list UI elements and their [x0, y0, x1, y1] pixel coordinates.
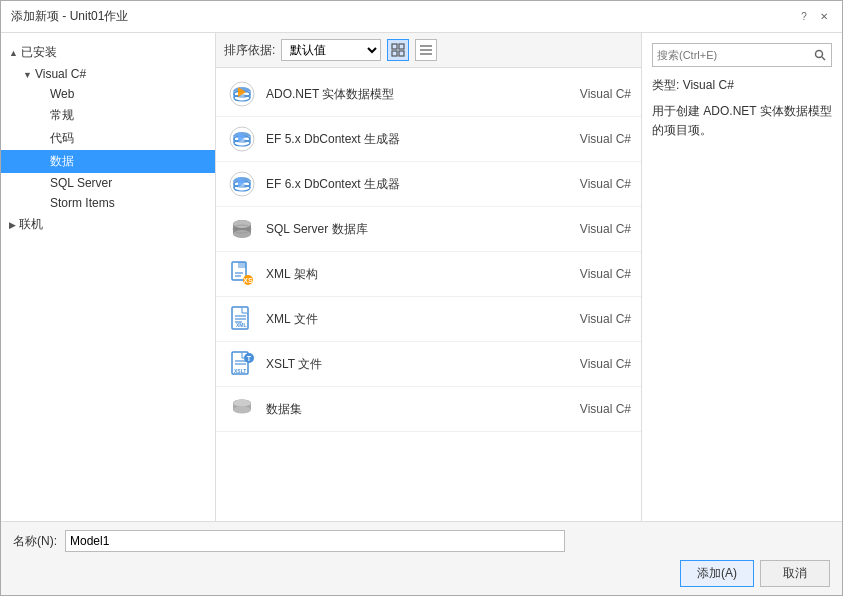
title-controls: ? ✕ — [796, 9, 832, 25]
item-name: XSLT 文件 — [266, 356, 551, 373]
add-button[interactable]: 添加(A) — [680, 560, 754, 587]
ef-icon — [226, 168, 258, 200]
detail-description: 用于创建 ADO.NET 实体数据模型的项目项。 — [652, 102, 832, 140]
cancel-button[interactable]: 取消 — [760, 560, 830, 587]
list-view-button[interactable] — [415, 39, 437, 61]
item-name: EF 6.x DbContext 生成器 — [266, 176, 551, 193]
tree-item-installed[interactable]: ▲已安装 — [1, 41, 215, 64]
svg-rect-0 — [392, 44, 397, 49]
xmlfile-icon: XML — [226, 303, 258, 335]
svg-text:XS: XS — [243, 277, 253, 284]
list-item[interactable]: 数据集Visual C# — [216, 387, 641, 432]
tree-item-visual-cs[interactable]: ▼Visual C# — [1, 64, 215, 84]
item-category: Visual C# — [551, 312, 631, 326]
dialog-title: 添加新项 - Unit01作业 — [11, 8, 128, 25]
dialog-body: ▲已安装▼Visual C#Web常规代码数据SQL ServerStorm I… — [1, 33, 842, 521]
button-row: 添加(A) 取消 — [13, 560, 830, 587]
svg-rect-2 — [392, 51, 397, 56]
search-box — [652, 43, 832, 67]
bottom-bar: 名称(N): 添加(A) 取消 — [1, 521, 842, 595]
list-item[interactable]: XML XML 文件Visual C# — [216, 297, 641, 342]
sql-icon — [226, 213, 258, 245]
svg-point-50 — [233, 400, 251, 407]
svg-line-52 — [822, 57, 825, 60]
item-name: SQL Server 数据库 — [266, 221, 551, 238]
name-label: 名称(N): — [13, 533, 57, 550]
tree-item-sql-server[interactable]: SQL Server — [1, 173, 215, 193]
xmlschema-icon: XS — [226, 258, 258, 290]
list-item[interactable]: ADO.NET 实体数据模型Visual C# — [216, 72, 641, 117]
item-name: XML 文件 — [266, 311, 551, 328]
tree-item-general[interactable]: 常规 — [1, 104, 215, 127]
right-panel: 类型: Visual C# 用于创建 ADO.NET 实体数据模型的项目项。 — [642, 33, 842, 521]
item-category: Visual C# — [551, 267, 631, 281]
item-category: Visual C# — [551, 177, 631, 191]
svg-point-28 — [233, 220, 251, 228]
mid-toolbar: 排序依据: 默认值名称类型 — [216, 33, 641, 68]
item-name: 数据集 — [266, 401, 551, 418]
items-list: ADO.NET 实体数据模型Visual C# EF 5.x DbContext… — [216, 68, 641, 521]
detail-type: 类型: Visual C# — [652, 77, 832, 94]
svg-rect-31 — [238, 262, 246, 268]
dataset-icon — [226, 393, 258, 425]
adonet-icon — [226, 78, 258, 110]
item-name: ADO.NET 实体数据模型 — [266, 86, 551, 103]
sort-select[interactable]: 默认值名称类型 — [281, 39, 381, 61]
list-item[interactable]: EF 6.x DbContext 生成器Visual C# — [216, 162, 641, 207]
add-new-item-dialog: 添加新项 - Unit01作业 ? ✕ ▲已安装▼Visual C#Web常规代… — [0, 0, 843, 596]
item-name: EF 5.x DbContext 生成器 — [266, 131, 551, 148]
item-category: Visual C# — [551, 402, 631, 416]
xslt-icon: XSLT T — [226, 348, 258, 380]
tree-item-remote[interactable]: ▶联机 — [1, 213, 215, 236]
grid-view-button[interactable] — [387, 39, 409, 61]
tree-item-web[interactable]: Web — [1, 84, 215, 104]
list-item[interactable]: XS XML 架构Visual C# — [216, 252, 641, 297]
item-category: Visual C# — [551, 87, 631, 101]
items-container: ADO.NET 实体数据模型Visual C# EF 5.x DbContext… — [216, 72, 641, 432]
mid-panel: 排序依据: 默认值名称类型 — [216, 33, 642, 521]
sort-label: 排序依据: — [224, 42, 275, 59]
list-item[interactable]: EF 5.x DbContext 生成器Visual C# — [216, 117, 641, 162]
name-row: 名称(N): — [13, 530, 830, 552]
tree-item-storm-items[interactable]: Storm Items — [1, 193, 215, 213]
svg-rect-3 — [399, 51, 404, 56]
list-item[interactable]: SQL Server 数据库Visual C# — [216, 207, 641, 252]
tree-item-data[interactable]: 数据 — [1, 150, 215, 173]
close-button[interactable]: ✕ — [816, 9, 832, 25]
name-input[interactable] — [65, 530, 565, 552]
svg-rect-1 — [399, 44, 404, 49]
tree-item-code[interactable]: 代码 — [1, 127, 215, 150]
svg-text:T: T — [247, 355, 252, 362]
search-input[interactable] — [653, 46, 809, 64]
svg-text:XML: XML — [236, 322, 247, 328]
svg-point-49 — [233, 407, 251, 414]
svg-text:XSLT: XSLT — [234, 368, 246, 374]
left-panel: ▲已安装▼Visual C#Web常规代码数据SQL ServerStorm I… — [1, 33, 216, 521]
tree-container: ▲已安装▼Visual C#Web常规代码数据SQL ServerStorm I… — [1, 41, 215, 236]
item-category: Visual C# — [551, 222, 631, 236]
item-category: Visual C# — [551, 357, 631, 371]
svg-point-51 — [816, 51, 823, 58]
ef-icon — [226, 123, 258, 155]
item-name: XML 架构 — [266, 266, 551, 283]
svg-point-27 — [233, 230, 251, 238]
item-category: Visual C# — [551, 132, 631, 146]
help-button[interactable]: ? — [796, 9, 812, 25]
list-item[interactable]: XSLT T XSLT 文件Visual C# — [216, 342, 641, 387]
title-bar: 添加新项 - Unit01作业 ? ✕ — [1, 1, 842, 33]
search-button[interactable] — [809, 44, 831, 66]
